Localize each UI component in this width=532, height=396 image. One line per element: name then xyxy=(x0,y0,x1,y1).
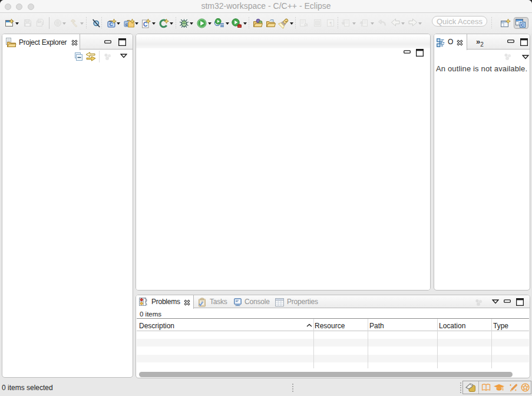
svg-text:C: C xyxy=(110,21,114,27)
svg-text:¶: ¶ xyxy=(329,21,332,27)
svg-text:C: C xyxy=(521,22,524,28)
svg-text:C: C xyxy=(143,21,147,28)
